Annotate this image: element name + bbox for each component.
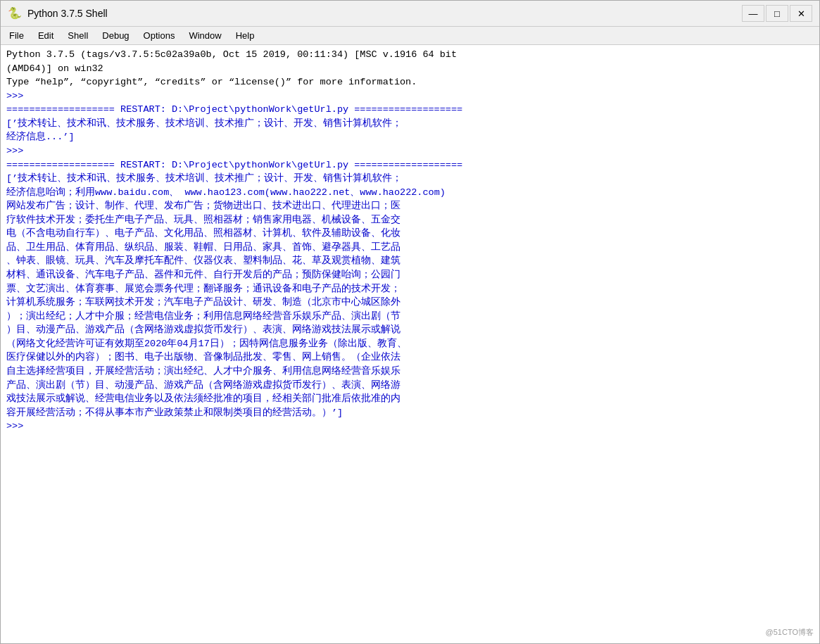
close-button[interactable]: ✕ <box>790 5 812 22</box>
shell-line: 自主选择经营项目，开展经营活动；演出经纪、人才中介服务、利用信息网络经营音乐娱乐 <box>6 365 814 379</box>
menu-item-window[interactable]: Window <box>183 28 227 43</box>
shell-line: >>> <box>6 144 814 158</box>
shell-line: ）目、动漫产品、游戏产品（含网络游戏虚拟货币发行）、表演、网络游戏技法展示或解说 <box>6 323 814 337</box>
shell-line: [’技术转让、技术和讯、技术服务、技术培训、技术推广；设计、开发、销售计算机软件… <box>6 172 814 186</box>
minimize-button[interactable]: — <box>742 5 764 22</box>
shell-line: 容开展经营活动；不得从事本市产业政策禁止和限制类项目的经营活动。）’] <box>6 406 814 420</box>
shell-line: 票、文艺演出、体育赛事、展览会票务代理；翻译服务；通讯设备和电子产品的技术开发； <box>6 282 814 296</box>
menu-item-options[interactable]: Options <box>138 28 181 43</box>
shell-line: 材料、通讯设备、汽车电子产品、器件和元件、自行开发后的产品；预防保健咍询；公园门 <box>6 268 814 282</box>
shell-line: 经济信息...’] <box>6 130 814 144</box>
menu-item-debug[interactable]: Debug <box>96 28 134 43</box>
shell-line: 经济信息咍询；利用www.baidu.com、 www.hao123.com(w… <box>6 186 814 200</box>
watermark: @51CTO博客 <box>766 627 814 638</box>
shell-line: [’技术转让、技术和讯、技术服务、技术培训、技术推广；设计、开发、销售计算机软件… <box>6 117 814 131</box>
scrollbar-area: Python 3.7.5 (tags/v3.7.5:5c02a39a0b, Oc… <box>1 45 819 643</box>
shell-line: 、钟表、眼镜、玩具、汽车及摩托车配件、仪器仪表、塑料制品、花、草及观赏植物、建筑 <box>6 254 814 268</box>
shell-line: 计算机系统服务；车联网技术开发；汽车电子产品设计、研发、制造（北京市中心城区除外 <box>6 296 814 310</box>
menu-item-shell[interactable]: Shell <box>62 28 94 43</box>
menu-item-file[interactable]: File <box>4 28 30 43</box>
shell-line: 医疗保健以外的内容）；图书、电子出版物、音像制品批发、零售、网上销售。（企业依法 <box>6 351 814 365</box>
shell-content[interactable]: Python 3.7.5 (tags/v3.7.5:5c02a39a0b, Oc… <box>1 45 819 643</box>
shell-line: >>> <box>6 419 814 434</box>
window-controls: — □ ✕ <box>742 5 812 22</box>
shell-line: 戏技法展示或解说、经营电信业务以及依法须经批准的项目，经相关部门批准后依批准的内 <box>6 392 814 406</box>
shell-line: 产品、演出剧（节）目、动漫产品、游戏产品（含网络游戏虚拟货币发行）、表演、网络游 <box>6 379 814 393</box>
app-icon: 🐍 <box>8 6 22 20</box>
shell-line: Type “help”, “copyright”, “credits” or “… <box>6 75 814 89</box>
shell-line: Python 3.7.5 (tags/v3.7.5:5c02a39a0b, Oc… <box>6 48 814 62</box>
shell-line: ）；演出经纪；人才中介服；经营电信业务；利用信息网络经营音乐娱乐产品、演出剧（节 <box>6 310 814 324</box>
menu-item-help[interactable]: Help <box>230 28 260 43</box>
main-window: 🐍 Python 3.7.5 Shell — □ ✕ FileEditShell… <box>0 0 820 644</box>
shell-line: （网络文化经营许可证有效期至2020年04月17日）；因特网信息服务业务（除出版… <box>6 337 814 351</box>
shell-line: =================== RESTART: D:\Project\… <box>6 158 814 172</box>
shell-line: =================== RESTART: D:\Project\… <box>6 103 814 117</box>
shell-line: 品、卫生用品、体育用品、纵织品、服装、鞋帽、日用品、家具、首饰、避孕器具、工艺品 <box>6 241 814 255</box>
title-bar: 🐍 Python 3.7.5 Shell — □ ✕ <box>1 1 819 27</box>
menu-bar: FileEditShellDebugOptionsWindowHelp <box>1 27 819 45</box>
shell-line: 疗软件技术开发；委托生产电子产品、玩具、照相器材；销售家用电器、机械设备、五金交 <box>6 213 814 227</box>
menu-item-edit[interactable]: Edit <box>32 28 59 43</box>
shell-line: >>> <box>6 89 814 103</box>
shell-line: 网站发布广告；设计、制作、代理、发布广告；货物进出口、技术进出口、代理进出口；医 <box>6 199 814 213</box>
maximize-button[interactable]: □ <box>766 5 788 22</box>
window-title: Python 3.7.5 Shell <box>27 8 742 19</box>
shell-wrapper: Python 3.7.5 (tags/v3.7.5:5c02a39a0b, Oc… <box>1 45 819 643</box>
shell-line: (AMD64)] on win32 <box>6 62 814 76</box>
shell-line: 电（不含电动自行车）、电子产品、文化用品、照相器材、计算机、软件及辅助设备、化妆 <box>6 227 814 241</box>
